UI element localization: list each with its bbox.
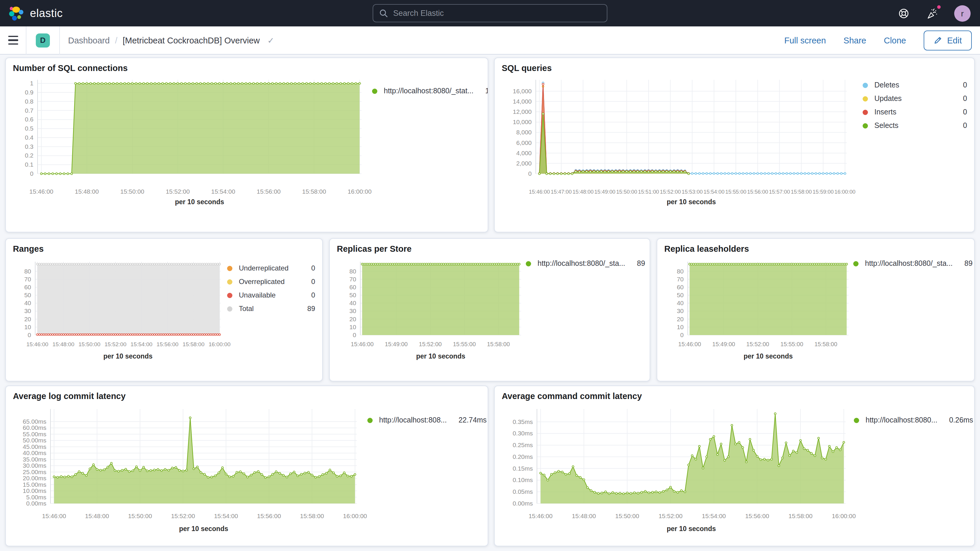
svg-text:15:52:00: 15:52:00	[419, 341, 442, 347]
legend-value: 0	[956, 121, 967, 130]
legend-item[interactable]: Deletes0	[862, 81, 967, 89]
svg-text:0.30ms: 0.30ms	[512, 430, 533, 436]
svg-text:16:00:00: 16:00:00	[832, 513, 856, 519]
svg-text:15:46:00: 15:46:00	[29, 188, 53, 195]
legend-item[interactable]: Underreplicated0	[227, 264, 315, 272]
command-commit-latency-chart[interactable]: 15:46:0015:48:0015:50:0015:52:0015:54:00…	[502, 402, 854, 539]
svg-text:10: 10	[677, 323, 684, 330]
svg-text:70: 70	[24, 276, 31, 283]
full-screen-button[interactable]: Full screen	[784, 35, 826, 45]
panel-sql-queries: SQL queries 15:46:0015:47:0015:48:0015:4…	[494, 57, 975, 233]
svg-text:15:56:00: 15:56:00	[257, 513, 281, 519]
panel-title: Average log commit latency	[13, 392, 480, 401]
svg-text:65.00ms: 65.00ms	[22, 418, 46, 425]
svg-text:per 10 seconds: per 10 seconds	[667, 198, 716, 205]
breadcrumb-dashboard[interactable]: Dashboard	[68, 35, 110, 45]
legend-label: Total	[239, 304, 296, 313]
log-commit-latency-chart[interactable]: 15:46:0015:48:0015:50:0015:52:0015:54:00…	[13, 402, 368, 539]
legend-item[interactable]: Selects0	[862, 121, 967, 130]
user-avatar[interactable]: r	[954, 5, 970, 21]
svg-text:15:52:00: 15:52:00	[746, 341, 769, 347]
legend-item[interactable]: http://localhost:8080/_sta...89	[853, 260, 973, 268]
global-search[interactable]	[372, 4, 608, 22]
legend-item[interactable]: http://localhost:8080/_sta...89	[526, 260, 645, 268]
svg-text:0.8: 0.8	[25, 98, 33, 105]
svg-text:30: 30	[677, 307, 684, 314]
svg-text:16:00:00: 16:00:00	[834, 189, 856, 195]
panel-log-commit-latency: Average log commit latency 15:46:0015:48…	[5, 385, 488, 546]
legend-dot-icon	[372, 88, 377, 94]
replica-leaseholders-chart[interactable]: 15:46:0015:49:0015:52:0015:55:0015:58:00…	[664, 255, 853, 375]
svg-text:16:00:00: 16:00:00	[343, 513, 367, 519]
svg-text:8,000: 8,000	[516, 129, 532, 135]
legend-dot-icon	[862, 83, 868, 88]
panel-title: Average command commit latency	[502, 392, 967, 401]
svg-text:0: 0	[353, 331, 356, 338]
svg-text:15:54:00: 15:54:00	[214, 513, 238, 519]
chart-legend: http://localhost:8080...0.26ms	[854, 416, 973, 424]
svg-text:15.00ms: 15.00ms	[22, 481, 46, 488]
search-icon	[379, 8, 388, 18]
news-icon[interactable]	[926, 6, 940, 20]
legend-label: http://localhost:8080/_sta...	[865, 260, 953, 268]
legend-value: 0	[304, 291, 315, 299]
share-button[interactable]: Share	[843, 35, 866, 45]
svg-text:0.10ms: 0.10ms	[512, 476, 533, 483]
legend-value: 89	[300, 304, 315, 313]
svg-text:0.6: 0.6	[25, 116, 33, 123]
svg-text:12,000: 12,000	[513, 108, 532, 115]
svg-text:15:52:00: 15:52:00	[659, 513, 682, 519]
breadcrumb: Dashboard / [Metricbeat CockroachDB] Ove…	[68, 35, 274, 45]
svg-text:5.00ms: 5.00ms	[26, 494, 46, 500]
svg-text:0.9: 0.9	[25, 89, 33, 96]
svg-text:15:48:00: 15:48:00	[75, 188, 99, 195]
menu-icon[interactable]	[0, 26, 26, 54]
legend-label: http://localhost:8080...	[865, 416, 937, 424]
svg-text:15:46:00: 15:46:00	[26, 341, 48, 347]
edit-button-label: Edit	[947, 35, 962, 45]
svg-text:0.4: 0.4	[25, 134, 34, 141]
legend-label: Unavailable	[239, 291, 299, 299]
svg-text:15:46:00: 15:46:00	[678, 341, 701, 347]
topbar-right-icons: r	[897, 5, 980, 21]
svg-text:0.3: 0.3	[25, 143, 33, 150]
edit-button[interactable]: Edit	[924, 30, 972, 50]
legend-dot-icon	[862, 123, 868, 128]
legend-value: 1	[478, 87, 488, 95]
svg-text:15:48:00: 15:48:00	[52, 341, 75, 347]
legend-dot-icon	[227, 279, 232, 284]
ranges-chart[interactable]: 15:46:0015:48:0015:50:0015:52:0015:54:00…	[13, 255, 224, 375]
legend-item[interactable]: http://localhost:8080...0.26ms	[854, 416, 973, 424]
help-icon[interactable]	[897, 6, 911, 20]
svg-text:0.05ms: 0.05ms	[512, 488, 533, 495]
legend-value: 0	[304, 277, 315, 286]
svg-text:15:49:00: 15:49:00	[713, 341, 735, 347]
svg-text:25.00ms: 25.00ms	[22, 468, 46, 475]
svg-text:15:59:00: 15:59:00	[813, 189, 834, 195]
svg-text:15:58:00: 15:58:00	[183, 341, 205, 347]
panel-ranges: Ranges 15:46:0015:48:0015:50:0015:52:001…	[5, 238, 323, 381]
legend-item[interactable]: http://localhost:8080/_stat...1	[372, 87, 488, 95]
sql-connections-chart[interactable]: 15:46:0015:48:0015:50:0015:52:0015:54:00…	[13, 74, 372, 225]
svg-text:15:58:00: 15:58:00	[791, 189, 812, 195]
svg-text:10,000: 10,000	[513, 118, 532, 125]
clone-button[interactable]: Clone	[884, 35, 906, 45]
legend-item[interactable]: Inserts0	[862, 108, 967, 116]
replicas-per-store-chart[interactable]: 15:46:0015:49:0015:52:0015:55:0015:58:00…	[337, 255, 526, 375]
svg-text:16:00:00: 16:00:00	[348, 188, 372, 195]
elastic-logo[interactable]: elastic	[0, 5, 63, 22]
legend-item[interactable]: Updates0	[862, 94, 967, 103]
elastic-logo-icon	[7, 5, 25, 22]
legend-item[interactable]: Total89	[227, 304, 315, 313]
legend-label: Selects	[874, 121, 951, 130]
svg-text:15:52:00: 15:52:00	[660, 189, 681, 195]
sql-queries-chart[interactable]: 15:46:0015:47:0015:48:0015:49:0015:50:00…	[502, 74, 854, 225]
search-input[interactable]	[393, 9, 601, 18]
legend-item[interactable]: Overreplicated0	[227, 277, 315, 286]
legend-item[interactable]: http://localhost:808...22.74ms	[368, 416, 487, 424]
divider	[59, 26, 60, 54]
legend-item[interactable]: Unavailable0	[227, 291, 315, 299]
svg-text:0: 0	[680, 331, 684, 338]
logo-wordmark: elastic	[30, 7, 63, 20]
dashboard-grid: Number of SQL connections 15:46:0015:48:…	[0, 54, 980, 551]
